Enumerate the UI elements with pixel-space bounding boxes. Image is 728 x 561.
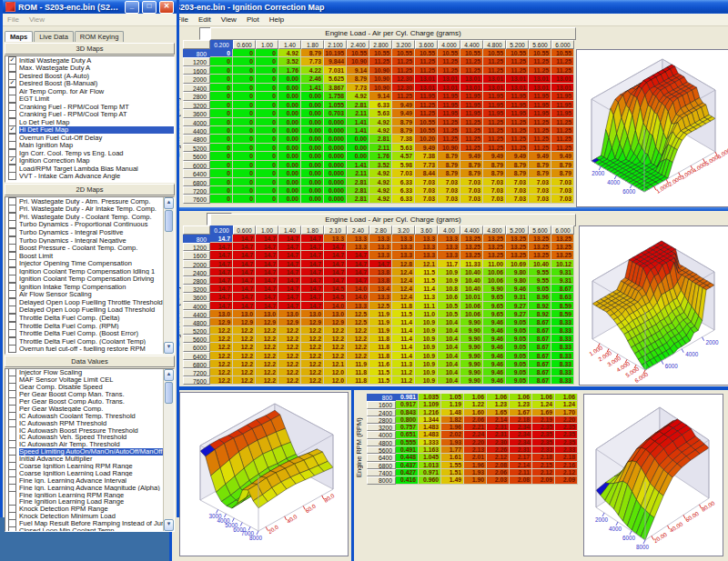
table-cell[interactable]: 11.1	[415, 302, 438, 310]
table-cell[interactable]: 11.25	[415, 66, 438, 75]
table-cell[interactable]: 0.00	[278, 101, 301, 109]
checkbox[interactable]	[8, 111, 16, 119]
table-cell[interactable]: 10.5	[438, 302, 460, 310]
table-cell[interactable]: 11.25	[529, 135, 551, 143]
table-cell[interactable]: 12.2	[210, 376, 233, 385]
table-cell[interactable]: 8.79	[301, 49, 324, 57]
checkbox[interactable]	[8, 87, 16, 95]
table-cell[interactable]: 14.7	[210, 235, 233, 243]
table-cell[interactable]: 0.491	[396, 446, 419, 454]
table-cell[interactable]: 8.79	[506, 169, 529, 177]
table-cell[interactable]: 12.9	[301, 318, 324, 326]
table-cell[interactable]: 14.7	[278, 276, 301, 285]
row-header[interactable]: 7400	[367, 469, 396, 476]
table-cell[interactable]: 0	[256, 49, 278, 57]
table-cell[interactable]: 0.000	[324, 126, 347, 135]
table-cell[interactable]: 10.4	[438, 376, 460, 385]
row-header[interactable]: 4800	[183, 135, 210, 143]
row-header[interactable]: 6800	[367, 462, 396, 469]
table-cell[interactable]: 11.25	[551, 57, 574, 65]
checkbox[interactable]	[8, 376, 16, 384]
table-cell[interactable]: 2.46	[301, 75, 324, 83]
table-cell[interactable]: 7.03	[551, 178, 574, 186]
table-cell[interactable]: 13.0	[233, 310, 256, 318]
table-cell[interactable]: 11.25	[369, 57, 392, 65]
table-cell[interactable]: 14.7	[324, 243, 347, 251]
table-cell[interactable]: 2.33	[532, 446, 555, 454]
table-cell[interactable]: 0.843	[396, 409, 419, 416]
table-cell[interactable]: 11.3	[415, 293, 438, 301]
table-cell[interactable]: 1.483	[419, 424, 441, 431]
map-list-item[interactable]: IC Autowash RPM Threshold	[5, 419, 174, 426]
table-cell[interactable]: 11.95	[438, 109, 460, 117]
table-cell[interactable]: 14.7	[347, 251, 369, 259]
table-cell[interactable]: 11.6	[369, 360, 392, 368]
table-cell[interactable]: 1.344	[419, 416, 441, 424]
table-cell[interactable]: 8.67	[529, 326, 551, 335]
table-cell[interactable]: 2.18	[555, 454, 578, 461]
col-header[interactable]: 2.80	[369, 225, 392, 235]
map-list-item[interactable]: Main Ignition Map	[5, 142, 174, 150]
table-cell[interactable]: 2.34	[510, 439, 532, 446]
table-cell[interactable]: 0	[210, 66, 233, 75]
table-cell[interactable]: 4.92	[369, 186, 392, 195]
table-cell[interactable]: 13.25	[551, 235, 574, 243]
table-cell[interactable]: 11.25	[483, 135, 506, 143]
map-list-item[interactable]: Fine Ign. Learning Advance Magnitude (Al…	[5, 484, 174, 491]
table-cell[interactable]: 4.92	[347, 92, 369, 100]
table-cell[interactable]: 0.427	[396, 469, 419, 476]
table-cell[interactable]: 0.00	[301, 152, 324, 160]
table-cell[interactable]: 13.0	[278, 310, 301, 318]
row-header[interactable]: 4800	[183, 318, 210, 326]
map-list-item[interactable]: MAF Sensor Voltage Limit CEL	[5, 376, 174, 384]
table-cell[interactable]: 12.4	[392, 293, 415, 301]
table-cell[interactable]: 11.25	[415, 109, 438, 117]
table-cell[interactable]: 11.25	[506, 144, 529, 152]
row-header[interactable]: 6000	[183, 343, 210, 351]
table-cell[interactable]: 4.92	[369, 195, 392, 203]
table-cell[interactable]: 11.3	[392, 360, 415, 368]
table-cell[interactable]: 0	[256, 84, 278, 92]
table-cell[interactable]: 1.41	[347, 126, 369, 135]
table-cell[interactable]: 11.25	[415, 101, 438, 109]
scrollbar[interactable]: ▲▼	[163, 197, 174, 354]
map-list-item[interactable]: Knock Detection RPM Range	[5, 506, 174, 513]
table-cell[interactable]: 1.61	[441, 454, 464, 461]
table-cell[interactable]: 13.3	[347, 302, 369, 310]
col-header[interactable]: 4.000	[438, 40, 460, 49]
table-cell[interactable]: 0.000	[324, 152, 347, 160]
tab-rom-keying[interactable]: ROM Keying	[75, 31, 125, 42]
table-cell[interactable]: 2.34	[510, 431, 532, 438]
table-cell[interactable]: 14.7	[210, 243, 233, 251]
table-cell[interactable]: 2.09	[555, 476, 578, 484]
checkbox[interactable]	[8, 149, 16, 157]
table-cell[interactable]: 0.00	[301, 186, 324, 195]
map-list-item[interactable]: Gear Comp. Disable Speed	[5, 384, 174, 391]
table-cell[interactable]: 12.30	[392, 84, 415, 92]
table-cell[interactable]: 8.67	[529, 376, 551, 385]
table-cell[interactable]: 0.00	[278, 118, 301, 126]
table-cell[interactable]: 9.46	[483, 326, 506, 335]
map-list-item[interactable]: Closed Loop Min Coolant Temp	[5, 527, 174, 532]
table-cell[interactable]: 12.9	[233, 318, 256, 326]
table-cell[interactable]: 0	[256, 118, 278, 126]
table-cell[interactable]: 9.55	[529, 268, 551, 276]
table-cell[interactable]: 8.92	[529, 310, 551, 318]
table-cell[interactable]: 11.00	[483, 260, 506, 268]
table-cell[interactable]: 9.46	[483, 368, 506, 376]
table-cell[interactable]: 14.7	[301, 268, 324, 276]
table-cell[interactable]: 2.81	[369, 135, 392, 143]
scroll-down-icon[interactable]: ▼	[164, 342, 174, 354]
map-list-item[interactable]: Overrun Fuel Cut-Off Delay	[5, 134, 174, 142]
table-cell[interactable]: 12.2	[256, 326, 278, 335]
map-list-item[interactable]: Pri. Wastegate Duty - Air Intake Temp. C…	[5, 205, 174, 214]
table-cell[interactable]: 7.03	[460, 178, 483, 186]
table-cell[interactable]: 8.79	[529, 161, 551, 169]
table-cell[interactable]: 0	[256, 66, 278, 75]
table-cell[interactable]: 2.11	[347, 109, 369, 117]
table-cell[interactable]: 14.7	[210, 251, 233, 259]
row-header[interactable]: 7600	[183, 376, 210, 385]
table-cell[interactable]: 0.448	[396, 454, 419, 461]
table-cell[interactable]: 1.23	[510, 401, 532, 408]
table-cell[interactable]: 4.22	[301, 66, 324, 75]
